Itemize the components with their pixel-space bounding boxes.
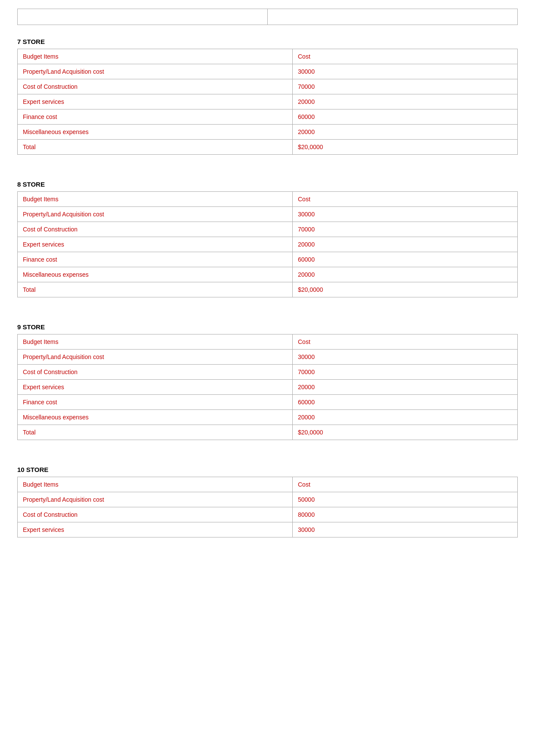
- table-row: Finance cost60000: [18, 109, 518, 125]
- cell-0-5-0: Total: [18, 140, 293, 155]
- cell-1-3-0: Finance cost: [18, 252, 293, 267]
- cell-3-0-1: 50000: [293, 492, 518, 507]
- cell-1-2-0: Expert services: [18, 237, 293, 252]
- cell-2-4-0: Miscellaneous expenses: [18, 410, 293, 425]
- table-row: Finance cost60000: [18, 252, 518, 267]
- stores-container: 7 STOREBudget ItemsCostProperty/Land Acq…: [17, 38, 518, 559]
- cell-3-2-0: Expert services: [18, 522, 293, 537]
- table-row: Cost of Construction80000: [18, 507, 518, 522]
- cell-2-2-0: Expert services: [18, 380, 293, 395]
- col-header-1-1: Cost: [293, 192, 518, 207]
- cell-1-2-1: 20000: [293, 237, 518, 252]
- cell-2-0-1: 30000: [293, 350, 518, 365]
- table-row: Cost of Construction70000: [18, 365, 518, 380]
- cell-1-0-1: 30000: [293, 207, 518, 222]
- cell-0-0-1: 30000: [293, 64, 518, 79]
- cell-2-5-1: $20,0000: [293, 425, 518, 440]
- store-heading-1: 8 STORE: [17, 181, 518, 188]
- cell-0-4-1: 20000: [293, 125, 518, 140]
- col-header-0-0: Budget Items: [18, 49, 293, 64]
- store-heading-2: 9 STORE: [17, 323, 518, 331]
- cell-3-2-1: 30000: [293, 522, 518, 537]
- cell-1-5-1: $20,0000: [293, 282, 518, 297]
- col-header-2-0: Budget Items: [18, 334, 293, 350]
- top-cell-left: [18, 9, 268, 25]
- col-header-1-0: Budget Items: [18, 192, 293, 207]
- cell-3-0-0: Property/Land Acquisition cost: [18, 492, 293, 507]
- cell-0-1-0: Cost of Construction: [18, 79, 293, 94]
- table-row: Finance cost60000: [18, 395, 518, 410]
- col-header-2-1: Cost: [293, 334, 518, 350]
- table-row: Miscellaneous expenses20000: [18, 125, 518, 140]
- cell-1-4-1: 20000: [293, 267, 518, 282]
- cell-2-1-1: 70000: [293, 365, 518, 380]
- cell-0-4-0: Miscellaneous expenses: [18, 125, 293, 140]
- cell-2-1-0: Cost of Construction: [18, 365, 293, 380]
- cell-0-5-1: $20,0000: [293, 140, 518, 155]
- cell-1-5-0: Total: [18, 282, 293, 297]
- table-row: Expert services20000: [18, 237, 518, 252]
- cell-1-1-1: 70000: [293, 222, 518, 237]
- cell-3-1-0: Cost of Construction: [18, 507, 293, 522]
- cell-0-0-0: Property/Land Acquisition cost: [18, 64, 293, 79]
- table-row: Property/Land Acquisition cost30000: [18, 207, 518, 222]
- store-heading-3: 10 STORE: [17, 466, 518, 473]
- cell-2-3-1: 60000: [293, 395, 518, 410]
- table-row: Property/Land Acquisition cost30000: [18, 64, 518, 79]
- table-row: Expert services20000: [18, 380, 518, 395]
- cell-1-4-0: Miscellaneous expenses: [18, 267, 293, 282]
- table-row: Expert services30000: [18, 522, 518, 537]
- cell-2-4-1: 20000: [293, 410, 518, 425]
- table-row: Cost of Construction70000: [18, 79, 518, 94]
- col-header-3-0: Budget Items: [18, 477, 293, 492]
- budget-table-2: Budget ItemsCostProperty/Land Acquisitio…: [17, 334, 518, 440]
- table-row: Total$20,0000: [18, 140, 518, 155]
- table-row: Property/Land Acquisition cost50000: [18, 492, 518, 507]
- table-row: Property/Land Acquisition cost30000: [18, 350, 518, 365]
- budget-table-1: Budget ItemsCostProperty/Land Acquisitio…: [17, 191, 518, 297]
- cell-0-1-1: 70000: [293, 79, 518, 94]
- cell-1-3-1: 60000: [293, 252, 518, 267]
- cell-0-3-0: Finance cost: [18, 109, 293, 125]
- top-empty-table: [17, 9, 518, 25]
- table-row: Cost of Construction70000: [18, 222, 518, 237]
- cell-2-2-1: 20000: [293, 380, 518, 395]
- store-heading-0: 7 STORE: [17, 38, 518, 45]
- cell-1-0-0: Property/Land Acquisition cost: [18, 207, 293, 222]
- cell-2-3-0: Finance cost: [18, 395, 293, 410]
- cell-2-5-0: Total: [18, 425, 293, 440]
- cell-0-2-1: 20000: [293, 94, 518, 109]
- cell-3-1-1: 80000: [293, 507, 518, 522]
- table-row: Miscellaneous expenses20000: [18, 267, 518, 282]
- budget-table-3: Budget ItemsCostProperty/Land Acquisitio…: [17, 477, 518, 537]
- cell-0-2-0: Expert services: [18, 94, 293, 109]
- table-row: Miscellaneous expenses20000: [18, 410, 518, 425]
- table-row: Total$20,0000: [18, 282, 518, 297]
- budget-table-0: Budget ItemsCostProperty/Land Acquisitio…: [17, 49, 518, 155]
- cell-2-0-0: Property/Land Acquisition cost: [18, 350, 293, 365]
- col-header-0-1: Cost: [293, 49, 518, 64]
- top-cell-right: [268, 9, 518, 25]
- cell-0-3-1: 60000: [293, 109, 518, 125]
- cell-1-1-0: Cost of Construction: [18, 222, 293, 237]
- col-header-3-1: Cost: [293, 477, 518, 492]
- table-row: Total$20,0000: [18, 425, 518, 440]
- table-row: Expert services20000: [18, 94, 518, 109]
